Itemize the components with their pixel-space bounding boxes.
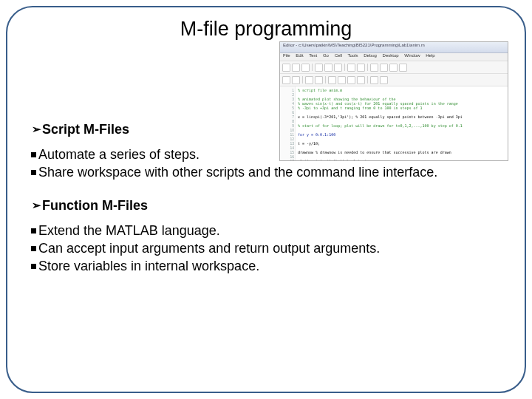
editor-menubar: File Edit Text Go Cell Tools Debug Deskt… xyxy=(280,53,508,61)
square-bullet-icon xyxy=(31,246,36,251)
arrow-bullet-icon: ➢ xyxy=(31,198,41,213)
bullet-text: Extend the MATLAB language. xyxy=(38,223,220,238)
square-bullet-icon xyxy=(31,152,36,157)
slide-title: M-file programming xyxy=(0,18,532,41)
arrow-bullet-icon: ➢ xyxy=(31,122,41,137)
editor-toolbar xyxy=(280,61,508,74)
menu-item: Debug xyxy=(364,53,377,58)
editor-toolbar-2 xyxy=(280,74,508,86)
bullet-text: Can accept input arguments and return ou… xyxy=(38,241,380,256)
slide: M-file programming Editor - c:\Users\pat… xyxy=(0,0,532,399)
section-heading: ➢Script M-Files xyxy=(31,121,504,139)
menu-item: Cell xyxy=(335,53,342,58)
menu-item: Edit xyxy=(296,53,303,58)
menu-item: Window xyxy=(404,53,420,58)
bullet-text: Automate a series of steps. xyxy=(38,147,200,162)
menu-item: File xyxy=(283,53,290,58)
heading-text: Function M-Files xyxy=(42,198,148,213)
square-bullet-icon xyxy=(31,264,36,269)
bullet-item: Share workspace with other scripts and t… xyxy=(31,164,504,182)
bullet-item: Can accept input arguments and return ou… xyxy=(31,240,504,258)
square-bullet-icon xyxy=(31,228,36,233)
bullet-text: Store variables in internal workspace. xyxy=(38,259,259,273)
square-bullet-icon xyxy=(31,170,36,175)
menu-item: Go xyxy=(323,53,329,58)
bullet-item: Store variables in internal workspace. xyxy=(31,258,504,276)
menu-item: Desktop xyxy=(383,53,399,58)
menu-item: Text xyxy=(309,53,317,58)
slide-body: ➢Script M-Files Automate a series of ste… xyxy=(31,106,504,275)
heading-text: Script M-Files xyxy=(42,122,129,137)
editor-titlebar: Editor - c:\Users\patkin\MS\Teaching\BI5… xyxy=(280,42,508,53)
bullet-item: Automate a series of steps. xyxy=(31,146,504,164)
menu-item: Tools xyxy=(348,53,358,58)
bullet-item: Extend the MATLAB language. xyxy=(31,222,504,240)
section-heading: ➢Function M-Files xyxy=(31,197,504,215)
menu-item: Help xyxy=(426,53,434,58)
bullet-text: Share workspace with other scripts and t… xyxy=(38,165,437,180)
